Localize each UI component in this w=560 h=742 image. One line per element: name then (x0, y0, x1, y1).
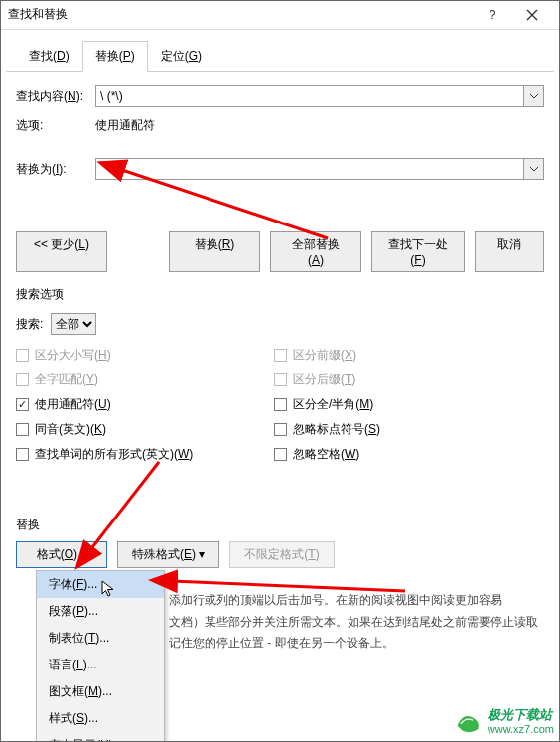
find-next-button[interactable]: 查找下一处(F) (371, 231, 465, 272)
ignore-space-checkbox[interactable] (274, 448, 287, 461)
search-direction-select[interactable]: 全部 (51, 313, 96, 335)
watermark-logo-icon (454, 708, 482, 736)
cancel-button[interactable]: 取消 (475, 231, 544, 272)
menu-font[interactable]: 字体(F)... (37, 571, 164, 598)
tab-find[interactable]: 查找(D) (16, 41, 82, 72)
format-button[interactable]: 格式(O) ▾ (16, 541, 107, 568)
options-value: 使用通配符 (95, 117, 155, 134)
find-dropdown[interactable] (524, 85, 544, 107)
menu-paragraph[interactable]: 段落(P)... (37, 598, 164, 625)
close-button[interactable] (512, 0, 552, 30)
all-word-forms-checkbox[interactable] (16, 448, 29, 461)
tab-bar: 查找(D) 替换(P) 定位(G) (6, 34, 554, 72)
whole-word-label: 全字匹配(Y) (35, 371, 98, 388)
watermark: 极光下载站 www.xz7.com (454, 707, 554, 736)
special-format-button[interactable]: 特殊格式(E) ▾ (117, 541, 219, 568)
menu-tabs[interactable]: 制表位(T)... (37, 625, 164, 652)
dialog-title: 查找和替换 (8, 6, 473, 23)
wildcards-label: 使用通配符(U) (35, 396, 111, 413)
help-button[interactable]: ? (473, 0, 512, 30)
suffix-label: 区分后缀(T) (293, 371, 355, 388)
ignore-punct-label: 忽略标点符号(S) (293, 421, 380, 438)
whole-word-checkbox (16, 373, 29, 386)
find-label: 查找内容(N): (16, 88, 95, 105)
prefix-checkbox (274, 349, 287, 362)
menu-language[interactable]: 语言(L)... (37, 652, 164, 678)
replace-label: 替换为(I): (16, 161, 95, 178)
search-direction-label: 搜索: (16, 316, 43, 333)
replace-input[interactable] (95, 158, 524, 180)
all-word-forms-label: 查找单词的所有形式(英文)(W) (35, 446, 193, 463)
tab-goto[interactable]: 定位(G) (148, 41, 214, 72)
replace-section-title: 替换 (16, 517, 544, 533)
match-case-label: 区分大小写(H) (35, 347, 111, 364)
replace-all-button[interactable]: 全部替换(A) (270, 231, 361, 272)
less-button[interactable]: << 更少(L) (16, 231, 107, 272)
wildcards-checkbox[interactable] (16, 398, 29, 411)
no-format-button: 不限定格式(T) (229, 541, 334, 568)
replace-dropdown[interactable] (524, 158, 544, 180)
prefix-label: 区分前缀(X) (293, 347, 356, 364)
format-menu: 字体(F)... 段落(P)... 制表位(T)... 语言(L)... 图文框… (36, 570, 165, 742)
watermark-url: www.xz7.com (488, 723, 554, 736)
ignore-space-label: 忽略空格(W) (293, 446, 359, 463)
full-half-label: 区分全/半角(M) (293, 396, 373, 413)
replace-button[interactable]: 替换(R) (169, 231, 260, 272)
search-options-title: 搜索选项 (16, 286, 544, 303)
sounds-like-checkbox[interactable] (16, 423, 29, 436)
options-label: 选项: (16, 117, 95, 134)
menu-frame[interactable]: 图文框(M)... (37, 678, 164, 705)
ignore-punct-checkbox[interactable] (274, 423, 287, 436)
full-half-checkbox[interactable] (274, 398, 287, 411)
menu-highlight[interactable]: 突出显示(H) (37, 732, 164, 742)
tab-replace[interactable]: 替换(P) (82, 41, 148, 72)
suffix-checkbox (274, 373, 287, 386)
match-case-checkbox (16, 349, 29, 362)
background-document-text: 添加行或列的顶端以后击加号。在新的阅读视图中阅读更加容易 文档）某些部分并关注所… (169, 590, 550, 655)
watermark-name: 极光下载站 (488, 707, 554, 723)
find-input[interactable] (95, 85, 524, 107)
menu-style[interactable]: 样式(S)... (37, 705, 164, 732)
sounds-like-label: 同音(英文)(K) (35, 421, 106, 438)
